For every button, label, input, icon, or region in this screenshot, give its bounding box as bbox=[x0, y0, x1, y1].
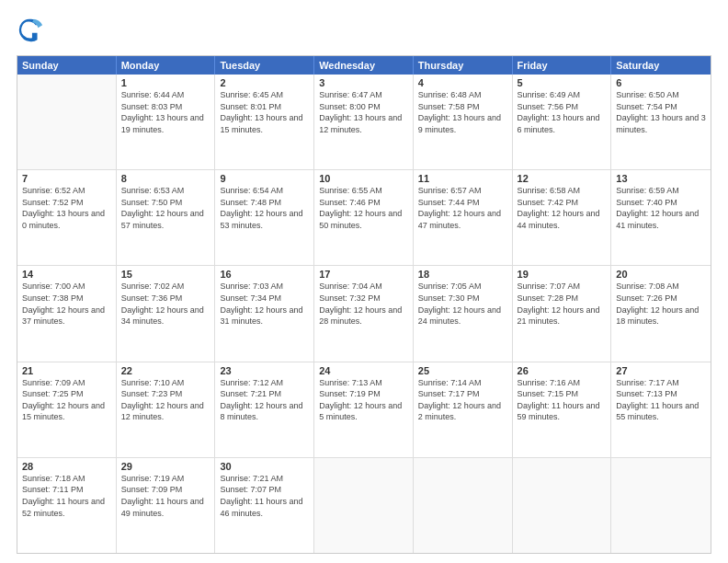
day-number: 30 bbox=[220, 461, 309, 472]
header-cell-monday: Monday bbox=[117, 56, 216, 75]
calendar-cell: 23Sunrise: 7:12 AMSunset: 7:21 PMDayligh… bbox=[215, 362, 314, 457]
logo-icon bbox=[18, 17, 44, 42]
day-number: 13 bbox=[616, 173, 706, 184]
calendar-week-2: 7Sunrise: 6:52 AMSunset: 7:52 PMDaylight… bbox=[17, 169, 711, 265]
calendar-cell: 28Sunrise: 7:18 AMSunset: 7:11 PMDayligh… bbox=[17, 458, 117, 553]
sun-info: Sunrise: 7:19 AMSunset: 7:09 PMDaylight:… bbox=[121, 473, 210, 519]
calendar-cell: 17Sunrise: 7:04 AMSunset: 7:32 PMDayligh… bbox=[314, 266, 414, 361]
sun-info: Sunrise: 6:50 AMSunset: 7:54 PMDaylight:… bbox=[616, 89, 706, 135]
sun-info: Sunrise: 7:08 AMSunset: 7:26 PMDaylight:… bbox=[616, 281, 706, 327]
calendar-cell: 14Sunrise: 7:00 AMSunset: 7:38 PMDayligh… bbox=[17, 266, 117, 361]
calendar-cell: 16Sunrise: 7:03 AMSunset: 7:34 PMDayligh… bbox=[215, 266, 314, 361]
header-cell-thursday: Thursday bbox=[414, 56, 513, 75]
sun-info: Sunrise: 7:04 AMSunset: 7:32 PMDaylight:… bbox=[319, 281, 408, 327]
header-cell-friday: Friday bbox=[513, 56, 612, 75]
day-number: 4 bbox=[418, 77, 507, 88]
day-number: 26 bbox=[518, 365, 607, 376]
calendar-cell: 30Sunrise: 7:21 AMSunset: 7:07 PMDayligh… bbox=[215, 458, 314, 553]
day-number: 1 bbox=[121, 77, 210, 88]
day-number: 7 bbox=[22, 173, 111, 184]
calendar-cell: 15Sunrise: 7:02 AMSunset: 7:36 PMDayligh… bbox=[117, 266, 216, 361]
day-number: 18 bbox=[418, 269, 507, 280]
sun-info: Sunrise: 6:45 AMSunset: 8:01 PMDaylight:… bbox=[220, 89, 309, 135]
day-number: 9 bbox=[220, 173, 309, 184]
calendar-cell: 29Sunrise: 7:19 AMSunset: 7:09 PMDayligh… bbox=[117, 458, 216, 553]
sun-info: Sunrise: 7:07 AMSunset: 7:28 PMDaylight:… bbox=[518, 281, 607, 327]
calendar-week-4: 21Sunrise: 7:09 AMSunset: 7:25 PMDayligh… bbox=[17, 362, 711, 457]
day-number: 29 bbox=[121, 461, 210, 472]
sun-info: Sunrise: 6:49 AMSunset: 7:56 PMDaylight:… bbox=[518, 89, 607, 135]
sun-info: Sunrise: 6:48 AMSunset: 7:58 PMDaylight:… bbox=[418, 89, 507, 135]
sun-info: Sunrise: 7:13 AMSunset: 7:19 PMDaylight:… bbox=[319, 377, 408, 423]
header-cell-tuesday: Tuesday bbox=[215, 56, 314, 75]
calendar-cell bbox=[314, 458, 414, 553]
calendar-cell: 24Sunrise: 7:13 AMSunset: 7:19 PMDayligh… bbox=[314, 362, 414, 457]
calendar-cell bbox=[611, 458, 711, 553]
day-number: 16 bbox=[220, 269, 309, 280]
sun-info: Sunrise: 7:00 AMSunset: 7:38 PMDaylight:… bbox=[22, 281, 111, 327]
day-number: 3 bbox=[319, 77, 408, 88]
calendar-cell: 3Sunrise: 6:47 AMSunset: 8:00 PMDaylight… bbox=[314, 75, 414, 169]
logo bbox=[17, 17, 44, 46]
calendar-week-3: 14Sunrise: 7:00 AMSunset: 7:38 PMDayligh… bbox=[17, 265, 711, 361]
calendar-header-row: SundayMondayTuesdayWednesdayThursdayFrid… bbox=[17, 56, 711, 75]
sun-info: Sunrise: 6:57 AMSunset: 7:44 PMDaylight:… bbox=[418, 185, 507, 231]
header-cell-wednesday: Wednesday bbox=[314, 56, 414, 75]
calendar-cell: 2Sunrise: 6:45 AMSunset: 8:01 PMDaylight… bbox=[215, 75, 314, 169]
header bbox=[17, 17, 711, 46]
day-number: 23 bbox=[220, 365, 309, 376]
sun-info: Sunrise: 7:21 AMSunset: 7:07 PMDaylight:… bbox=[220, 473, 309, 519]
sun-info: Sunrise: 7:02 AMSunset: 7:36 PMDaylight:… bbox=[121, 281, 210, 327]
calendar-cell: 4Sunrise: 6:48 AMSunset: 7:58 PMDaylight… bbox=[414, 75, 513, 169]
sun-info: Sunrise: 7:05 AMSunset: 7:30 PMDaylight:… bbox=[418, 281, 507, 327]
calendar: SundayMondayTuesdayWednesdayThursdayFrid… bbox=[17, 55, 711, 554]
day-number: 28 bbox=[22, 461, 111, 472]
sun-info: Sunrise: 7:09 AMSunset: 7:25 PMDaylight:… bbox=[22, 377, 111, 423]
calendar-cell bbox=[414, 458, 513, 553]
sun-info: Sunrise: 6:53 AMSunset: 7:50 PMDaylight:… bbox=[121, 185, 210, 231]
day-number: 8 bbox=[121, 173, 210, 184]
calendar-cell: 18Sunrise: 7:05 AMSunset: 7:30 PMDayligh… bbox=[414, 266, 513, 361]
calendar-cell bbox=[17, 75, 117, 169]
calendar-cell: 21Sunrise: 7:09 AMSunset: 7:25 PMDayligh… bbox=[17, 362, 117, 457]
sun-info: Sunrise: 6:58 AMSunset: 7:42 PMDaylight:… bbox=[518, 185, 607, 231]
calendar-cell: 7Sunrise: 6:52 AMSunset: 7:52 PMDaylight… bbox=[17, 170, 117, 265]
day-number: 2 bbox=[220, 77, 309, 88]
calendar-body: 1Sunrise: 6:44 AMSunset: 8:03 PMDaylight… bbox=[17, 75, 711, 553]
day-number: 19 bbox=[518, 269, 607, 280]
day-number: 10 bbox=[319, 173, 408, 184]
day-number: 14 bbox=[22, 269, 111, 280]
day-number: 5 bbox=[518, 77, 607, 88]
calendar-cell: 11Sunrise: 6:57 AMSunset: 7:44 PMDayligh… bbox=[414, 170, 513, 265]
sun-info: Sunrise: 6:52 AMSunset: 7:52 PMDaylight:… bbox=[22, 185, 111, 231]
day-number: 25 bbox=[418, 365, 507, 376]
page: SundayMondayTuesdayWednesdayThursdayFrid… bbox=[0, 0, 728, 563]
header-cell-saturday: Saturday bbox=[611, 56, 711, 75]
day-number: 15 bbox=[121, 269, 210, 280]
calendar-cell: 10Sunrise: 6:55 AMSunset: 7:46 PMDayligh… bbox=[314, 170, 414, 265]
calendar-week-5: 28Sunrise: 7:18 AMSunset: 7:11 PMDayligh… bbox=[17, 457, 711, 553]
calendar-cell: 19Sunrise: 7:07 AMSunset: 7:28 PMDayligh… bbox=[513, 266, 612, 361]
day-number: 12 bbox=[518, 173, 607, 184]
sun-info: Sunrise: 6:54 AMSunset: 7:48 PMDaylight:… bbox=[220, 185, 309, 231]
sun-info: Sunrise: 7:16 AMSunset: 7:15 PMDaylight:… bbox=[518, 377, 607, 423]
day-number: 6 bbox=[616, 77, 706, 88]
sun-info: Sunrise: 7:12 AMSunset: 7:21 PMDaylight:… bbox=[220, 377, 309, 423]
calendar-cell: 6Sunrise: 6:50 AMSunset: 7:54 PMDaylight… bbox=[611, 75, 711, 169]
sun-info: Sunrise: 6:59 AMSunset: 7:40 PMDaylight:… bbox=[616, 185, 706, 231]
calendar-cell: 9Sunrise: 6:54 AMSunset: 7:48 PMDaylight… bbox=[215, 170, 314, 265]
day-number: 27 bbox=[616, 365, 706, 376]
calendar-cell: 25Sunrise: 7:14 AMSunset: 7:17 PMDayligh… bbox=[414, 362, 513, 457]
calendar-week-1: 1Sunrise: 6:44 AMSunset: 8:03 PMDaylight… bbox=[17, 75, 711, 169]
sun-info: Sunrise: 7:03 AMSunset: 7:34 PMDaylight:… bbox=[220, 281, 309, 327]
calendar-cell: 5Sunrise: 6:49 AMSunset: 7:56 PMDaylight… bbox=[513, 75, 612, 169]
sun-info: Sunrise: 7:10 AMSunset: 7:23 PMDaylight:… bbox=[121, 377, 210, 423]
sun-info: Sunrise: 6:47 AMSunset: 8:00 PMDaylight:… bbox=[319, 89, 408, 135]
calendar-cell: 20Sunrise: 7:08 AMSunset: 7:26 PMDayligh… bbox=[611, 266, 711, 361]
day-number: 20 bbox=[616, 269, 706, 280]
calendar-cell: 22Sunrise: 7:10 AMSunset: 7:23 PMDayligh… bbox=[117, 362, 216, 457]
calendar-cell: 13Sunrise: 6:59 AMSunset: 7:40 PMDayligh… bbox=[611, 170, 711, 265]
calendar-cell: 12Sunrise: 6:58 AMSunset: 7:42 PMDayligh… bbox=[513, 170, 612, 265]
day-number: 11 bbox=[418, 173, 507, 184]
sun-info: Sunrise: 7:18 AMSunset: 7:11 PMDaylight:… bbox=[22, 473, 111, 519]
